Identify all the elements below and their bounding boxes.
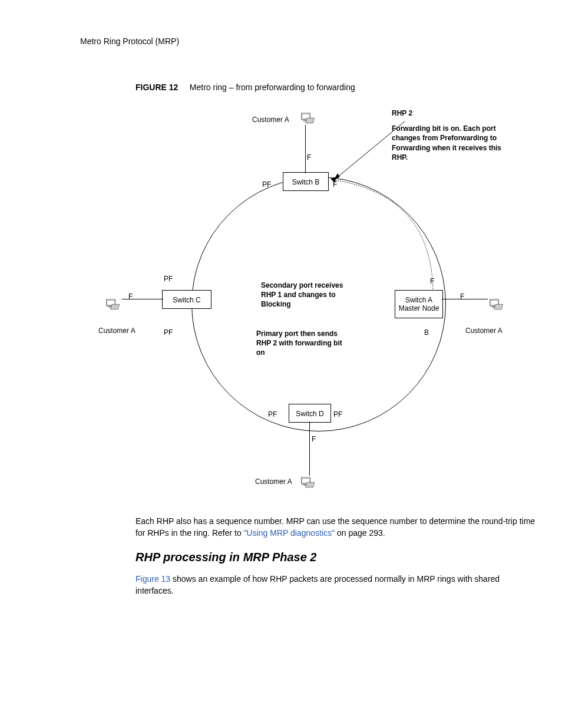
- center-text-1: Secondary port receives RHP 1 and change…: [261, 281, 343, 309]
- link-mrp-diagnostics[interactable]: "Using MRP diagnostics": [244, 528, 335, 538]
- figure-title: Metro ring – from preforwarding to forwa…: [190, 83, 355, 92]
- port-label-f: F: [430, 277, 434, 285]
- port-label-f: F: [307, 153, 311, 162]
- rhp2-label: RHP 2: [392, 108, 518, 118]
- port-label-pf: PF: [268, 410, 277, 419]
- section-heading: RHP processing in MRP Phase 2: [135, 551, 317, 564]
- rhp2-desc: Forwarding bit is on. Each port changes …: [392, 124, 518, 162]
- ring-diagram: Switch B Switch C Switch D Switch A Mast…: [97, 106, 536, 501]
- switch-c: Switch C: [162, 290, 211, 309]
- port-label-pf: PF: [164, 275, 173, 283]
- computer-icon: [489, 297, 505, 312]
- port-label-f: F: [312, 435, 316, 443]
- connector-line: [305, 125, 306, 173]
- svg-rect-3: [306, 118, 315, 123]
- rhp2-path: [330, 165, 454, 312]
- port-label-f: F: [128, 292, 133, 301]
- switch-d: Switch D: [289, 404, 331, 423]
- customer-label: Customer A: [252, 116, 289, 124]
- body-paragraph-1: Each RHP also has a sequence number. MRP…: [135, 515, 536, 539]
- center-text-2: Primary port then sends RHP 2 with forwa…: [256, 329, 345, 358]
- figure-caption: FIGURE 12 Metro ring – from preforwardin…: [135, 83, 355, 92]
- port-label-f: F: [460, 292, 464, 301]
- svg-rect-7: [111, 304, 120, 309]
- customer-label: Customer A: [255, 477, 292, 486]
- svg-rect-15: [306, 482, 315, 487]
- connector-line: [309, 421, 310, 476]
- svg-rect-11: [494, 304, 503, 309]
- customer-label: Customer A: [98, 327, 135, 335]
- port-label-pf: PF: [262, 180, 271, 189]
- computer-icon: [300, 111, 317, 126]
- port-label-pf: PF: [164, 328, 173, 337]
- port-label-b: B: [424, 328, 429, 337]
- link-figure-13[interactable]: Figure 13: [135, 574, 170, 584]
- para1-b: on page 293.: [335, 528, 385, 538]
- computer-icon: [105, 297, 122, 312]
- para2-text: shows an example of how RHP packets are …: [135, 574, 500, 595]
- customer-label: Customer A: [465, 327, 503, 335]
- page-header: Metro Ring Protocol (MRP): [80, 37, 179, 46]
- switch-b: Switch B: [283, 172, 329, 191]
- figure-number: FIGURE 12: [135, 83, 178, 92]
- computer-icon: [300, 475, 317, 490]
- port-label-f: F: [333, 180, 337, 189]
- svg-marker-18: [333, 173, 340, 180]
- port-label-pf: PF: [333, 410, 342, 419]
- body-paragraph-2: Figure 13 shows an example of how RHP pa…: [135, 573, 536, 597]
